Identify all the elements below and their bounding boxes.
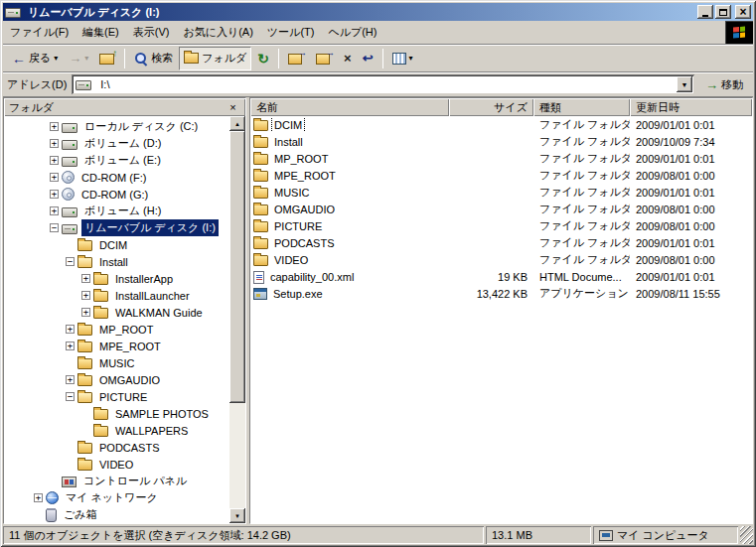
address-input[interactable]: I:\ ▼ — [72, 74, 694, 94]
tree-item[interactable]: MUSIC — [4, 354, 229, 371]
expand-plus-icon[interactable]: + — [50, 139, 59, 148]
file-name[interactable]: PODCASTS — [272, 236, 337, 250]
collapse-minus-icon[interactable]: − — [66, 392, 75, 401]
scroll-down-button[interactable]: ▼ — [229, 508, 245, 523]
folders-panel-close-button[interactable]: × — [226, 100, 240, 114]
scrollbar-track[interactable] — [229, 131, 245, 508]
tree-item-label[interactable]: ごみ箱 — [61, 506, 100, 523]
tree-item[interactable]: SAMPLE PHOTOS — [4, 405, 229, 422]
delete-button[interactable]: × — [339, 47, 357, 70]
file-name[interactable]: MP_ROOT — [272, 152, 330, 166]
expand-plus-icon[interactable]: + — [50, 122, 59, 131]
expand-plus-icon[interactable]: + — [66, 342, 75, 350]
file-row[interactable]: OMGAUDIOファイル フォルダ2009/08/01 0:00 — [250, 201, 752, 217]
go-button[interactable]: → 移動 — [699, 73, 749, 95]
column-header-2[interactable]: 種類 — [533, 98, 630, 116]
file-name[interactable]: capability_00.xml — [268, 270, 356, 284]
tree-item-label[interactable]: MUSIC — [96, 356, 137, 370]
file-row[interactable]: VIDEOファイル フォルダ2009/08/01 0:00 — [250, 251, 752, 268]
file-name[interactable]: OMGAUDIO — [272, 203, 337, 216]
tree-item-label[interactable]: OMGAUDIO — [96, 373, 163, 387]
menu-item-5[interactable]: ヘルプ(H) — [321, 21, 383, 44]
column-header-3[interactable]: 更新日時 — [630, 98, 752, 116]
forward-button[interactable]: → ▾ — [64, 47, 93, 70]
file-name[interactable]: Install — [272, 135, 305, 149]
file-row[interactable]: capability_00.xml19 KBHTML Docume...2009… — [250, 268, 752, 285]
tree-item-label[interactable]: マイ ネットワーク — [63, 489, 161, 506]
tree-item[interactable]: コントロール パネル — [4, 473, 229, 489]
tree-item[interactable]: +CD-ROM (F:) — [4, 169, 229, 186]
tree-item[interactable]: +ボリューム (H:) — [4, 203, 229, 219]
search-button[interactable]: 検索 — [129, 47, 178, 70]
undo-button[interactable]: ↩ — [358, 47, 378, 70]
collapse-minus-icon[interactable]: − — [50, 223, 59, 232]
tree-item-label[interactable]: SAMPLE PHOTOS — [112, 407, 212, 421]
tree-item[interactable]: VIDEO — [4, 456, 229, 473]
tree-item[interactable]: −PICTURE — [4, 388, 229, 405]
expand-plus-icon[interactable]: + — [66, 325, 75, 334]
tree-item[interactable]: +InstallLauncher — [4, 287, 229, 304]
tree-item[interactable]: +CD-ROM (G:) — [4, 186, 229, 203]
tree-item-label[interactable]: Install — [96, 255, 131, 269]
file-row[interactable]: PODCASTSファイル フォルダ2009/01/01 0:01 — [250, 234, 752, 251]
folders-button[interactable]: フォルダ — [179, 47, 251, 70]
tree-item-label[interactable]: CD-ROM (G:) — [78, 188, 151, 202]
back-dropdown-icon[interactable]: ▾ — [54, 55, 58, 63]
file-name[interactable]: DCIM — [272, 118, 304, 132]
file-row[interactable]: MP_ROOTファイル フォルダ2009/01/01 0:01 — [250, 150, 752, 167]
expand-plus-icon[interactable]: + — [50, 190, 59, 199]
tree-item-label[interactable]: MP_ROOT — [96, 323, 156, 337]
views-dropdown-icon[interactable]: ▾ — [409, 55, 413, 63]
tree-item-label[interactable]: VIDEO — [96, 458, 136, 472]
move-to-button[interactable] — [283, 47, 310, 70]
expand-plus-icon[interactable]: + — [66, 375, 75, 384]
tree-item-label[interactable]: リムーバブル ディスク (I:) — [81, 219, 219, 236]
column-header-0[interactable]: 名前 — [250, 98, 449, 116]
history-button[interactable]: ↻ — [252, 47, 274, 70]
expand-plus-icon[interactable]: + — [50, 206, 59, 215]
collapse-minus-icon[interactable]: − — [66, 257, 75, 266]
tree-item-label[interactable]: WALLPAPERS — [112, 424, 191, 438]
tree-item[interactable]: +ボリューム (E:) — [4, 152, 229, 169]
tree-item-label[interactable]: InstallerApp — [112, 272, 176, 286]
tree-item-label[interactable]: ボリューム (H:) — [81, 203, 164, 219]
menu-item-3[interactable]: お気に入り(A) — [176, 21, 259, 44]
expand-plus-icon[interactable]: + — [34, 493, 43, 502]
back-button[interactable]: ← 戻る ▾ — [7, 47, 63, 70]
expand-plus-icon[interactable]: + — [81, 274, 90, 283]
tree-item-label[interactable]: ボリューム (D:) — [81, 135, 164, 152]
tree-item[interactable]: WALLPAPERS — [4, 422, 229, 439]
file-name[interactable]: PICTURE — [272, 219, 324, 233]
scroll-up-button[interactable]: ▲ — [229, 116, 245, 131]
tree-item-label[interactable]: PICTURE — [96, 390, 150, 404]
file-name[interactable]: Setup.exe — [271, 287, 325, 301]
tree-item-label[interactable]: ボリューム (E:) — [81, 152, 164, 169]
close-button[interactable]: × — [735, 5, 751, 19]
file-name[interactable]: MPE_ROOT — [272, 169, 338, 183]
tree-item[interactable]: +ローカル ディスク (C:) — [4, 118, 229, 135]
expand-plus-icon[interactable]: + — [50, 156, 59, 165]
scrollbar-thumb[interactable] — [229, 131, 245, 403]
tree-item[interactable]: +InstallerApp — [4, 270, 229, 287]
minimize-button[interactable] — [697, 5, 713, 19]
menu-item-1[interactable]: 編集(E) — [76, 21, 126, 44]
expand-plus-icon[interactable]: + — [50, 173, 59, 182]
menu-item-2[interactable]: 表示(V) — [126, 21, 177, 44]
tree-item[interactable]: +OMGAUDIO — [4, 371, 229, 388]
tree-item-label[interactable]: ローカル ディスク (C:) — [81, 118, 201, 135]
up-button[interactable] — [94, 47, 120, 70]
tree-item[interactable]: −リムーバブル ディスク (I:) — [4, 219, 229, 236]
tree-item-label[interactable]: WALKMAN Guide — [112, 306, 206, 320]
file-row[interactable]: MUSICファイル フォルダ2009/01/01 0:01 — [250, 184, 752, 201]
menu-item-4[interactable]: ツール(T) — [260, 21, 322, 44]
tree-item[interactable]: +MPE_ROOT — [4, 338, 229, 354]
file-list[interactable]: DCIMファイル フォルダ2009/01/01 0:01Installファイル … — [250, 116, 752, 523]
tree-item[interactable]: −Install — [4, 253, 229, 270]
tree-item[interactable]: +WALKMAN Guide — [4, 304, 229, 321]
file-row[interactable]: Setup.exe13,422 KBアプリケーション2009/08/11 15:… — [250, 285, 752, 302]
tree-item-label[interactable]: InstallLauncher — [112, 289, 193, 303]
tree-item[interactable]: DCIM — [4, 236, 229, 253]
file-name[interactable]: VIDEO — [272, 253, 310, 267]
column-header-1[interactable]: サイズ — [449, 98, 533, 116]
file-row[interactable]: PICTUREファイル フォルダ2009/08/01 0:00 — [250, 217, 752, 234]
